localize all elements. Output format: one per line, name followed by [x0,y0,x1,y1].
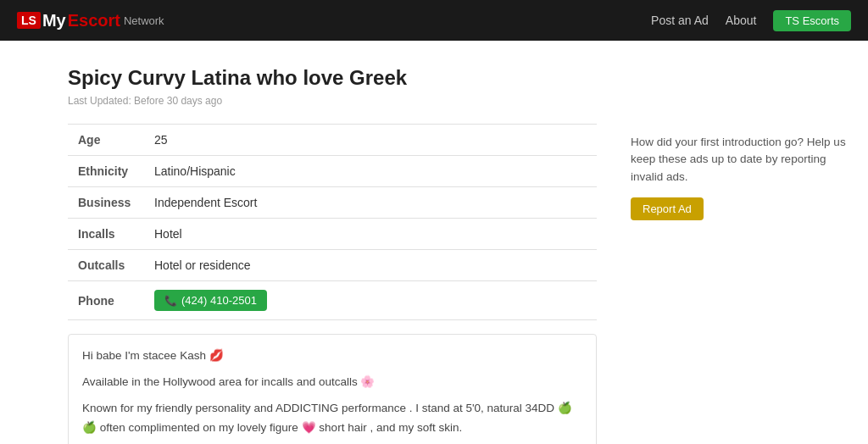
info-label: Age [68,125,144,156]
info-row: EthnicityLatino/Hispanic [68,156,597,187]
sidebar: How did your first introduction go? Help… [631,66,851,444]
phone-number-display: (424) 410-2501 [181,294,257,307]
logo: LS MyEscortNetwork [17,11,164,31]
info-table: Age25EthnicityLatino/HispanicBusinessInd… [68,124,597,320]
desc-paragraph: Available in the Hollywood area for inca… [82,373,582,392]
sidebar-report-text: How did your first introduction go? Help… [631,134,851,186]
phone-button[interactable]: 📞 (424) 410-2501 [154,290,267,311]
listing-content: Spicy Curvy Latina who love Greek Last U… [68,66,597,444]
site-header: LS MyEscortNetwork Post an Ad About TS E… [0,0,868,41]
info-label: Incalls [68,219,144,250]
info-value: Hotel or residence [144,250,597,281]
logo-my: My [42,11,66,31]
main-content: Spicy Curvy Latina who love Greek Last U… [0,41,868,444]
desc-paragraph: Known for my friendly personality and AD… [82,399,582,438]
phone-label: Phone [68,281,144,320]
info-row: BusinessIndependent Escort [68,187,597,219]
info-label: Outcalls [68,250,144,281]
about-link[interactable]: About [726,14,757,27]
page-title: Spicy Curvy Latina who love Greek [68,66,597,90]
info-value: Latino/Hispanic [144,156,597,187]
info-row: IncallsHotel [68,219,597,250]
info-row: OutcallsHotel or residence [68,250,597,281]
info-value: Hotel [144,219,597,250]
report-ad-button[interactable]: Report Ad [631,197,704,220]
logo-escort: Escort [68,11,120,31]
ts-escorts-button[interactable]: TS Escorts [773,10,851,31]
last-updated: Last Updated: Before 30 days ago [68,95,597,107]
info-value: Independent Escort [144,187,597,219]
info-label: Ethnicity [68,156,144,187]
description-box: Hi babe I'm stacee Kash 💋Available in th… [68,334,597,444]
logo-network: Network [124,14,164,27]
info-row: Age25 [68,125,597,156]
info-label: Business [68,187,144,219]
phone-cell: 📞 (424) 410-2501 [144,281,597,320]
desc-paragraph: Hi babe I'm stacee Kash 💋 [82,347,582,366]
logo-icon: LS [17,12,41,29]
info-value: 25 [144,125,597,156]
post-ad-link[interactable]: Post an Ad [651,14,709,27]
phone-row: Phone 📞 (424) 410-2501 [68,281,597,320]
main-nav: Post an Ad About TS Escorts [651,10,851,31]
phone-icon: 📞 [164,295,177,307]
